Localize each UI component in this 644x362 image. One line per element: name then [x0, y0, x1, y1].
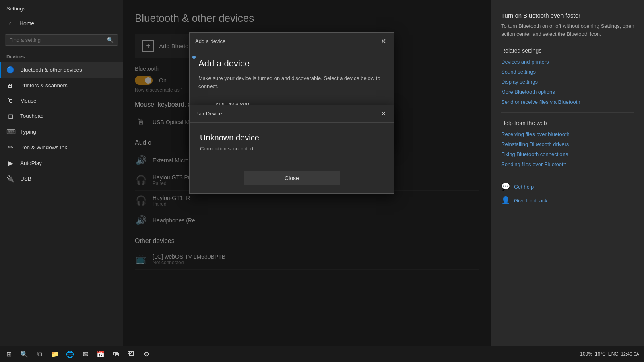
- pair-close-button[interactable]: Close: [244, 171, 340, 185]
- link-sound-settings[interactable]: Sound settings: [501, 69, 634, 75]
- taskbar: ⊞ 🔍 ⧉ 📁 🌐 ✉ 📅 🛍 🖼 ⚙ 100% 16°C ENG 12:46 …: [0, 346, 644, 362]
- pair-device-titlebar: Pair Device ✕: [190, 105, 394, 123]
- divider-2: [501, 175, 634, 175]
- pair-device-dialog: Pair Device ✕ Unknown device Connection …: [189, 105, 394, 194]
- pair-device-dialog-title: Pair Device: [195, 111, 222, 117]
- link-reinstalling-drivers[interactable]: Reinstalling Bluetooth drivers: [501, 141, 634, 147]
- add-device-dialog-title: Add a device: [195, 38, 225, 44]
- start-button[interactable]: ⊞: [2, 347, 16, 361]
- add-device-heading: Add a device: [198, 58, 385, 69]
- sidebar-item-typing[interactable]: ⌨ Typing: [0, 124, 123, 140]
- link-display-settings[interactable]: Display settings: [501, 79, 634, 85]
- taskview-button[interactable]: ⧉: [32, 347, 47, 361]
- calendar-button[interactable]: 📅: [93, 347, 108, 361]
- sidebar: Settings ⌂ Home 🔍 Devices 🔵 Bluetooth & …: [0, 0, 123, 346]
- file-explorer-button[interactable]: 📁: [47, 347, 62, 361]
- home-icon: ⌂: [6, 20, 14, 27]
- sidebar-item-touchpad[interactable]: ◻ Touchpad: [0, 108, 123, 124]
- dot-indicator: [192, 56, 196, 59]
- link-sending-files[interactable]: Sending files over Bluetooth: [501, 161, 634, 167]
- settings-button[interactable]: ⚙: [139, 347, 154, 361]
- bluetooth-icon: 🔵: [6, 66, 14, 74]
- feedback-icon: 👤: [501, 196, 510, 205]
- usb-icon: 🔌: [6, 175, 14, 183]
- typing-icon: ⌨: [6, 128, 14, 136]
- taskbar-time: 12:46 SA: [621, 352, 639, 356]
- link-send-receive[interactable]: Send or receive files via Bluetooth: [501, 99, 634, 105]
- autoplay-icon: ▶: [6, 159, 14, 167]
- pair-device-title: Unknown device: [200, 133, 384, 142]
- pair-device-close-button[interactable]: ✕: [378, 109, 388, 118]
- divider-1: [501, 112, 634, 113]
- store-button[interactable]: 🛍: [109, 347, 123, 361]
- taskbar-battery: 100%: [580, 351, 592, 357]
- pair-close-area: Close: [190, 171, 394, 193]
- nav-home[interactable]: ⌂ Home: [0, 16, 123, 31]
- get-help-label: Get help: [514, 184, 534, 190]
- pen-icon: ✏: [6, 144, 14, 151]
- add-device-description: Make sure your device is turned on and d…: [198, 74, 385, 90]
- taskbar-temp: 16°C: [595, 351, 606, 357]
- link-devices-printers[interactable]: Devices and printers: [501, 59, 634, 65]
- tip-text: To turn Bluetooth on or off without open…: [501, 22, 634, 38]
- sidebar-item-usb[interactable]: 🔌 USB: [0, 171, 123, 187]
- sidebar-item-mouse[interactable]: 🖱 Mouse: [0, 93, 123, 108]
- get-help-item[interactable]: 💬 Get help: [501, 182, 634, 191]
- taskbar-right: 100% 16°C ENG 12:46 SA: [580, 351, 642, 357]
- get-help-icon: 💬: [501, 182, 510, 191]
- pair-dialog-body: Unknown device Connection succeeded: [190, 123, 394, 171]
- pair-device-status: Connection succeeded: [200, 146, 384, 152]
- touchpad-icon: ◻: [6, 112, 14, 120]
- related-settings-title: Related settings: [501, 47, 634, 54]
- search-input[interactable]: [9, 37, 104, 43]
- add-device-titlebar: Add a device ✕: [190, 33, 394, 50]
- app-title: Settings: [0, 0, 123, 16]
- mouse-icon: 🖱: [6, 97, 14, 104]
- sidebar-item-bluetooth[interactable]: 🔵 Bluetooth & other devices: [0, 62, 123, 78]
- sidebar-item-autoplay[interactable]: ▶ AutoPlay: [0, 155, 123, 171]
- give-feedback-label: Give feedback: [514, 197, 547, 204]
- add-device-close-button[interactable]: ✕: [378, 37, 388, 46]
- help-web-title: Help from the web: [501, 120, 634, 126]
- link-fixing-connections[interactable]: Fixing Bluetooth connections: [501, 151, 634, 157]
- tip-title: Turn on Bluetooth even faster: [501, 12, 634, 19]
- printer-icon: 🖨: [6, 82, 14, 89]
- taskbar-lang: ENG: [608, 351, 619, 357]
- right-panel: Turn on Bluetooth even faster To turn Bl…: [491, 0, 644, 346]
- link-more-bluetooth[interactable]: More Bluetooth options: [501, 89, 634, 95]
- search-box[interactable]: 🔍: [5, 34, 118, 46]
- search-icon: 🔍: [107, 37, 114, 43]
- sidebar-item-printers[interactable]: 🖨 Printers & scanners: [0, 78, 123, 93]
- devices-section-label: Devices: [0, 49, 123, 62]
- chrome-button[interactable]: 🌐: [63, 347, 77, 361]
- search-taskbar-button[interactable]: 🔍: [17, 347, 31, 361]
- give-feedback-item[interactable]: 👤 Give feedback: [501, 196, 634, 205]
- photos-button[interactable]: 🖼: [124, 347, 138, 361]
- sidebar-item-pen[interactable]: ✏ Pen & Windows Ink: [0, 140, 123, 155]
- mail-button[interactable]: ✉: [78, 347, 93, 361]
- link-receiving-files[interactable]: Receiving files over bluetooth: [501, 131, 634, 137]
